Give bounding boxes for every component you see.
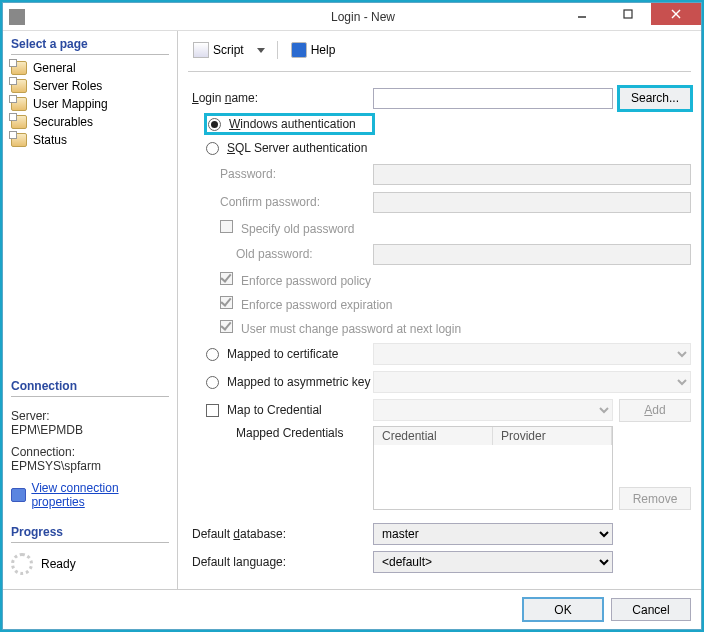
script-dropdown-caret-icon[interactable] bbox=[257, 48, 265, 53]
login-new-dialog: Login - New Select a page General Server… bbox=[2, 2, 702, 630]
add-button: Add bbox=[619, 399, 691, 422]
mapped-to-certificate-radio[interactable]: Mapped to certificate bbox=[206, 347, 373, 361]
cancel-button[interactable]: Cancel bbox=[611, 598, 691, 621]
toolbar: Script Help bbox=[188, 37, 691, 69]
page-icon bbox=[11, 61, 27, 75]
must-change-password-checkbox bbox=[220, 320, 233, 333]
page-item-user-mapping[interactable]: User Mapping bbox=[11, 95, 169, 113]
app-icon bbox=[9, 9, 25, 25]
server-label: Server: bbox=[11, 409, 169, 423]
connection-value: EPMSYS\spfarm bbox=[11, 459, 169, 473]
progress-status: Ready bbox=[41, 557, 76, 571]
page-item-general[interactable]: General bbox=[11, 59, 169, 77]
search-button[interactable]: Search... bbox=[619, 87, 691, 110]
radio-icon bbox=[206, 348, 219, 361]
select-page-header: Select a page bbox=[11, 35, 169, 55]
sidebar: Select a page General Server Roles User … bbox=[3, 31, 178, 589]
default-language-combo[interactable]: <default> bbox=[373, 551, 613, 573]
password-label: Password: bbox=[188, 167, 373, 181]
progress-header: Progress bbox=[11, 523, 169, 543]
page-item-securables[interactable]: Securables bbox=[11, 113, 169, 131]
svg-rect-1 bbox=[624, 10, 632, 18]
help-button[interactable]: Help bbox=[286, 39, 341, 61]
titlebar: Login - New bbox=[3, 3, 701, 31]
map-to-credential-checkbox[interactable]: Map to Credential bbox=[206, 403, 373, 417]
page-item-server-roles[interactable]: Server Roles bbox=[11, 77, 169, 95]
script-icon bbox=[193, 42, 209, 58]
ok-button[interactable]: OK bbox=[523, 598, 603, 621]
script-button[interactable]: Script bbox=[188, 39, 249, 61]
connection-icon bbox=[11, 488, 26, 502]
sql-auth-radio[interactable]: SQL Server authentication bbox=[206, 141, 373, 155]
default-database-label: Default database: bbox=[188, 527, 373, 541]
server-value: EPM\EPMDB bbox=[11, 423, 169, 437]
help-icon bbox=[291, 42, 307, 58]
checkbox-icon bbox=[206, 404, 219, 417]
mapped-credentials-table[interactable]: Credential Provider bbox=[373, 426, 613, 510]
login-name-label: Login name: bbox=[188, 91, 373, 105]
windows-auth-radio[interactable]: Windows authentication bbox=[206, 115, 373, 133]
asym-key-combo bbox=[373, 371, 691, 393]
enforce-policy-checkbox bbox=[220, 272, 233, 285]
view-connection-properties-link[interactable]: View connection properties bbox=[11, 481, 169, 509]
dialog-footer: OK Cancel bbox=[3, 589, 701, 629]
page-icon bbox=[11, 79, 27, 93]
maximize-button[interactable] bbox=[605, 3, 651, 25]
page-icon bbox=[11, 97, 27, 111]
page-icon bbox=[11, 115, 27, 129]
login-name-input[interactable] bbox=[373, 88, 613, 109]
enforce-expiration-checkbox bbox=[220, 296, 233, 309]
old-password-label: Old password: bbox=[188, 247, 373, 261]
specify-old-password-checkbox bbox=[220, 220, 233, 233]
confirm-password-label: Confirm password: bbox=[188, 195, 373, 209]
main-panel: Script Help Login name: Search... Window… bbox=[178, 31, 701, 589]
confirm-password-input bbox=[373, 192, 691, 213]
radio-icon bbox=[208, 118, 221, 131]
mapped-to-asym-key-radio[interactable]: Mapped to asymmetric key bbox=[206, 375, 373, 389]
minimize-button[interactable] bbox=[559, 3, 605, 25]
radio-icon bbox=[206, 142, 219, 155]
old-password-input bbox=[373, 244, 691, 265]
credential-combo bbox=[373, 399, 613, 421]
default-database-combo[interactable]: master bbox=[373, 523, 613, 545]
close-button[interactable] bbox=[651, 3, 701, 25]
connection-label: Connection: bbox=[11, 445, 169, 459]
connection-header: Connection bbox=[11, 377, 169, 397]
col-provider: Provider bbox=[493, 427, 612, 445]
default-language-label: Default language: bbox=[188, 555, 373, 569]
mapped-credentials-label: Mapped Credentials bbox=[188, 426, 373, 440]
page-icon bbox=[11, 133, 27, 147]
progress-spinner-icon bbox=[11, 553, 33, 575]
certificate-combo bbox=[373, 343, 691, 365]
toolbar-separator bbox=[277, 41, 278, 59]
password-input bbox=[373, 164, 691, 185]
col-credential: Credential bbox=[374, 427, 493, 445]
page-item-status[interactable]: Status bbox=[11, 131, 169, 149]
remove-button: Remove bbox=[619, 487, 691, 510]
radio-icon bbox=[206, 376, 219, 389]
